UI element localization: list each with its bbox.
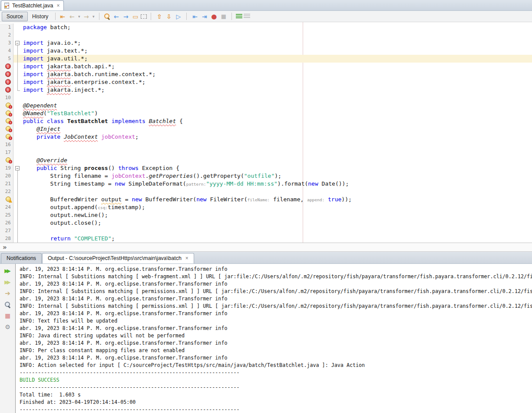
- comment-icon[interactable]: [236, 14, 242, 19]
- code-line[interactable]: @Dependent: [0, 102, 532, 110]
- code-line[interactable]: import jakarta.batch.api.*;: [0, 63, 532, 70]
- hint-error-icon[interactable]: [6, 118, 11, 123]
- editor-gutter-cell[interactable]: 28: [0, 235, 13, 243]
- code-line[interactable]: @Override: [0, 157, 532, 164]
- options-icon[interactable]: ⚙: [3, 323, 12, 331]
- code-text[interactable]: @Inject: [23, 125, 532, 133]
- code-line[interactable]: 25 output.newLine();: [0, 211, 532, 219]
- code-line[interactable]: 5import java.util.*;: [0, 55, 532, 63]
- code-text[interactable]: String timestamp = new SimpleDateFormat(…: [23, 180, 532, 188]
- toggle-highlight-icon[interactable]: ▭: [131, 13, 139, 20]
- output-line[interactable]: Finished at: 2023-04-19T20:14:14-05:00: [20, 399, 532, 406]
- output-console[interactable]: abr. 19, 2023 8:14:14 P. M. org.eclipse.…: [16, 264, 532, 413]
- record-macro-icon[interactable]: ●: [210, 13, 218, 20]
- output-line[interactable]: ----------------------------------------…: [20, 406, 532, 413]
- tab-testbatchlet-java[interactable]: TestBatchlet.java ×: [1, 0, 64, 10]
- search-output-icon[interactable]: [4, 301, 11, 308]
- shift-left-icon[interactable]: ⇤: [191, 13, 199, 20]
- find-previous-icon[interactable]: ←: [112, 13, 120, 20]
- tab-notifications[interactable]: Notifications: [1, 253, 42, 263]
- editor-gutter-cell[interactable]: 22: [0, 188, 13, 196]
- code-text[interactable]: output.newLine();: [23, 211, 532, 219]
- editor-gutter-cell[interactable]: [0, 63, 13, 70]
- code-text[interactable]: import java.util.*;: [23, 55, 532, 63]
- code-line[interactable]: 1package batch;: [0, 23, 532, 31]
- rerun-with-different-parameters-icon[interactable]: ▶▶: [3, 278, 12, 286]
- editor-gutter-cell[interactable]: [0, 125, 13, 133]
- output-line[interactable]: Total time: 1.603 s: [20, 391, 532, 399]
- uncomment-icon[interactable]: [244, 14, 250, 19]
- code-text[interactable]: public String process() throws Exception…: [23, 164, 532, 172]
- code-line[interactable]: 27: [0, 227, 532, 235]
- hint-error-icon[interactable]: [6, 134, 11, 139]
- code-text[interactable]: return "COMPLETED";: [23, 235, 532, 243]
- editor-gutter-cell[interactable]: [0, 133, 13, 141]
- fold-column[interactable]: [13, 164, 23, 172]
- code-text[interactable]: [23, 94, 532, 102]
- editor-gutter-cell[interactable]: [0, 157, 13, 164]
- hint-error-icon[interactable]: [6, 157, 11, 163]
- code-text[interactable]: [23, 149, 532, 157]
- code-text[interactable]: import jakarta.batch.runtime.context.*;: [23, 70, 532, 78]
- code-line[interactable]: 2: [0, 31, 532, 39]
- fold-collapse-icon[interactable]: [15, 41, 20, 45]
- code-text[interactable]: [23, 31, 532, 39]
- code-text[interactable]: import jakarta.batch.api.*;: [23, 63, 532, 70]
- editor-gutter-cell[interactable]: [0, 78, 13, 86]
- editor-gutter-cell[interactable]: 19: [0, 164, 13, 172]
- editor-gutter-cell[interactable]: [0, 196, 13, 203]
- code-text[interactable]: private JobContext jobContext;: [23, 133, 532, 141]
- code-line[interactable]: public class TestBatchlet implements Bat…: [0, 117, 532, 125]
- editor-gutter-cell[interactable]: [0, 117, 13, 125]
- rerun-icon[interactable]: ▶▶: [3, 267, 12, 275]
- code-line[interactable]: private JobContext jobContext;: [0, 133, 532, 141]
- code-line[interactable]: import jakarta.inject.*;: [0, 86, 532, 94]
- editor-gutter-cell[interactable]: 27: [0, 227, 13, 235]
- editor-gutter-cell[interactable]: 25: [0, 211, 13, 219]
- code-line[interactable]: import jakarta.batch.runtime.context.*;: [0, 70, 532, 78]
- code-line[interactable]: 4import java.text.*;: [0, 47, 532, 55]
- editor-gutter-cell[interactable]: 5: [0, 55, 13, 63]
- error-badge-icon[interactable]: [5, 79, 11, 85]
- editor-gutter-cell[interactable]: [0, 110, 13, 117]
- editor-gutter-cell[interactable]: 1: [0, 23, 13, 31]
- editor-gutter-cell[interactable]: [0, 102, 13, 110]
- output-line[interactable]: abr. 19, 2023 8:14:14 P. M. org.eclipse.…: [20, 295, 532, 303]
- code-text[interactable]: @Override: [23, 157, 532, 164]
- jump-back-icon[interactable]: ←: [68, 13, 76, 20]
- previous-bookmark-icon[interactable]: ⇧: [155, 13, 163, 20]
- code-text[interactable]: @Dependent: [23, 102, 532, 110]
- code-text[interactable]: [23, 188, 532, 196]
- hint-error-icon[interactable]: [6, 103, 11, 108]
- code-line[interactable]: 22: [0, 188, 532, 196]
- output-line[interactable]: INFO: Internal [ Substitions matching [ …: [20, 288, 532, 295]
- code-line[interactable]: 26 output.close();: [0, 219, 532, 227]
- code-text[interactable]: import java.text.*;: [23, 47, 532, 55]
- code-text[interactable]: import jakarta.enterprise.context.*;: [23, 78, 532, 86]
- code-text[interactable]: import jakarta.inject.*;: [23, 86, 532, 94]
- output-line[interactable]: INFO: Internal [ Substitions matching [ …: [20, 273, 532, 280]
- code-text[interactable]: import java.io.*;: [23, 39, 532, 47]
- code-text[interactable]: public class TestBatchlet implements Bat…: [23, 117, 532, 125]
- output-line[interactable]: ----------------------------------------…: [20, 369, 532, 376]
- output-line[interactable]: ----------------------------------------…: [20, 384, 532, 391]
- tab-output[interactable]: Output - C:\sourceProject\TestHttps\src\…: [42, 253, 194, 263]
- error-badge-icon[interactable]: [5, 87, 11, 93]
- hint-warning-icon[interactable]: [6, 197, 11, 202]
- output-line[interactable]: BUILD SUCCESS: [20, 376, 532, 384]
- code-line[interactable]: @Inject: [0, 125, 532, 133]
- code-line[interactable]: 17: [0, 149, 532, 157]
- editor-gutter-cell[interactable]: 26: [0, 219, 13, 227]
- output-line[interactable]: INFO: Java direct string updates will no…: [20, 332, 532, 340]
- code-text[interactable]: BufferedWriter output = new BufferedWrit…: [23, 196, 532, 203]
- editor-gutter-cell[interactable]: 20: [0, 172, 13, 180]
- code-text[interactable]: [23, 227, 532, 235]
- hint-error-icon[interactable]: [6, 126, 11, 131]
- code-text[interactable]: String filename = jobContext.getProperti…: [23, 172, 532, 180]
- output-line[interactable]: INFO: Per class constant mapping files a…: [20, 347, 532, 354]
- code-line[interactable]: 10: [0, 94, 532, 102]
- code-editor[interactable]: 1package batch;23import java.io.*;4impor…: [0, 22, 532, 243]
- code-line[interactable]: 21 String timestamp = new SimpleDateForm…: [0, 180, 532, 188]
- output-line[interactable]: abr. 19, 2023 8:14:14 P. M. org.eclipse.…: [20, 310, 532, 317]
- code-line[interactable]: @Named("TestBatchlet"): [0, 110, 532, 117]
